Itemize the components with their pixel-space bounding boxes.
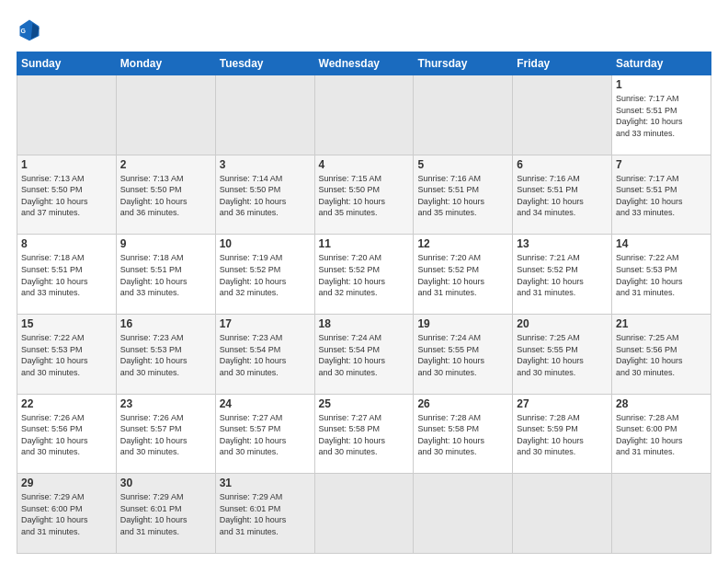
day-number: 20 <box>517 317 608 330</box>
cell-info: Sunrise: 7:28 AMSunset: 6:00 PMDaylight:… <box>616 412 707 458</box>
cell-info: Sunrise: 7:14 AMSunset: 5:50 PMDaylight:… <box>220 173 311 219</box>
day-number: 10 <box>220 237 311 250</box>
cell-info: Sunrise: 7:26 AMSunset: 5:57 PMDaylight:… <box>120 412 211 458</box>
cell-info: Sunrise: 7:19 AMSunset: 5:52 PMDaylight:… <box>220 252 311 298</box>
day-number: 16 <box>120 317 211 330</box>
calendar-cell: 8Sunrise: 7:18 AMSunset: 5:51 PMDaylight… <box>17 235 117 315</box>
calendar-cell: 29Sunrise: 7:29 AMSunset: 6:00 PMDayligh… <box>17 474 117 554</box>
calendar-cell: 19Sunrise: 7:24 AMSunset: 5:55 PMDayligh… <box>414 314 513 394</box>
calendar-cell: 12Sunrise: 7:20 AMSunset: 5:52 PMDayligh… <box>414 235 513 315</box>
calendar-week-row: 1Sunrise: 7:17 AMSunset: 5:51 PMDaylight… <box>17 75 711 155</box>
day-number: 30 <box>120 477 211 489</box>
day-number: 15 <box>21 317 112 330</box>
calendar-cell: 21Sunrise: 7:25 AMSunset: 5:56 PMDayligh… <box>612 314 711 394</box>
calendar-day-header: Thursday <box>414 52 513 75</box>
calendar-cell <box>612 474 711 554</box>
cell-info: Sunrise: 7:22 AMSunset: 5:53 PMDaylight:… <box>21 332 112 378</box>
calendar-cell: 28Sunrise: 7:28 AMSunset: 6:00 PMDayligh… <box>612 394 711 474</box>
calendar-day-header: Saturday <box>612 52 711 75</box>
cell-info: Sunrise: 7:28 AMSunset: 5:59 PMDaylight:… <box>517 412 608 458</box>
calendar-week-row: 29Sunrise: 7:29 AMSunset: 6:00 PMDayligh… <box>17 474 711 554</box>
day-number: 3 <box>220 158 311 171</box>
day-number: 17 <box>220 317 311 330</box>
day-number: 28 <box>616 397 707 410</box>
svg-text:G: G <box>20 28 26 34</box>
calendar-cell: 22Sunrise: 7:26 AMSunset: 5:56 PMDayligh… <box>17 394 117 474</box>
calendar-cell <box>513 75 612 155</box>
calendar-cell: 1Sunrise: 7:17 AMSunset: 5:51 PMDaylight… <box>612 75 711 155</box>
calendar-cell: 31Sunrise: 7:29 AMSunset: 6:01 PMDayligh… <box>215 474 314 554</box>
day-number: 2 <box>120 158 211 171</box>
calendar-cell: 20Sunrise: 7:25 AMSunset: 5:55 PMDayligh… <box>513 314 612 394</box>
day-number: 4 <box>319 158 410 171</box>
cell-info: Sunrise: 7:29 AMSunset: 6:01 PMDaylight:… <box>120 491 211 537</box>
day-number: 11 <box>319 237 410 250</box>
day-number: 24 <box>220 397 311 410</box>
day-number: 19 <box>417 317 508 330</box>
day-number: 1 <box>616 78 707 91</box>
cell-info: Sunrise: 7:15 AMSunset: 5:50 PMDaylight:… <box>319 173 410 219</box>
day-number: 5 <box>417 158 508 171</box>
calendar-cell: 25Sunrise: 7:27 AMSunset: 5:58 PMDayligh… <box>314 394 414 474</box>
calendar-cell: 18Sunrise: 7:24 AMSunset: 5:54 PMDayligh… <box>314 314 414 394</box>
calendar-cell <box>314 474 414 554</box>
day-number: 8 <box>21 237 112 250</box>
calendar-table: SundayMondayTuesdayWednesdayThursdayFrid… <box>17 52 711 554</box>
calendar-cell: 5Sunrise: 7:16 AMSunset: 5:51 PMDaylight… <box>414 155 513 235</box>
calendar-cell: 24Sunrise: 7:27 AMSunset: 5:57 PMDayligh… <box>215 394 314 474</box>
calendar-cell <box>414 75 513 155</box>
cell-info: Sunrise: 7:13 AMSunset: 5:50 PMDaylight:… <box>21 173 112 219</box>
calendar-cell: 27Sunrise: 7:28 AMSunset: 5:59 PMDayligh… <box>513 394 612 474</box>
calendar-cell: 1Sunrise: 7:13 AMSunset: 5:50 PMDaylight… <box>17 155 117 235</box>
cell-info: Sunrise: 7:16 AMSunset: 5:51 PMDaylight:… <box>417 173 508 219</box>
logo: G <box>17 17 46 42</box>
calendar-cell: 26Sunrise: 7:28 AMSunset: 5:58 PMDayligh… <box>414 394 513 474</box>
calendar-day-header: Wednesday <box>314 52 414 75</box>
cell-info: Sunrise: 7:24 AMSunset: 5:55 PMDaylight:… <box>417 332 508 378</box>
calendar-cell: 14Sunrise: 7:22 AMSunset: 5:53 PMDayligh… <box>612 235 711 315</box>
day-number: 25 <box>319 397 410 410</box>
day-number: 13 <box>517 237 608 250</box>
calendar-cell: 3Sunrise: 7:14 AMSunset: 5:50 PMDaylight… <box>215 155 314 235</box>
calendar-cell <box>314 75 414 155</box>
calendar-cell: 6Sunrise: 7:16 AMSunset: 5:51 PMDaylight… <box>513 155 612 235</box>
calendar-cell <box>215 75 314 155</box>
calendar-cell: 16Sunrise: 7:23 AMSunset: 5:53 PMDayligh… <box>116 314 215 394</box>
cell-info: Sunrise: 7:23 AMSunset: 5:53 PMDaylight:… <box>120 332 211 378</box>
cell-info: Sunrise: 7:23 AMSunset: 5:54 PMDaylight:… <box>220 332 311 378</box>
cell-info: Sunrise: 7:29 AMSunset: 6:01 PMDaylight:… <box>220 491 311 537</box>
calendar-week-row: 22Sunrise: 7:26 AMSunset: 5:56 PMDayligh… <box>17 394 711 474</box>
day-number: 23 <box>120 397 211 410</box>
calendar-week-row: 1Sunrise: 7:13 AMSunset: 5:50 PMDaylight… <box>17 155 711 235</box>
cell-info: Sunrise: 7:25 AMSunset: 5:55 PMDaylight:… <box>517 332 608 378</box>
cell-info: Sunrise: 7:20 AMSunset: 5:52 PMDaylight:… <box>319 252 410 298</box>
cell-info: Sunrise: 7:17 AMSunset: 5:51 PMDaylight:… <box>616 93 707 139</box>
calendar-cell: 4Sunrise: 7:15 AMSunset: 5:50 PMDaylight… <box>314 155 414 235</box>
cell-info: Sunrise: 7:13 AMSunset: 5:50 PMDaylight:… <box>120 173 211 219</box>
calendar-cell <box>513 474 612 554</box>
cell-info: Sunrise: 7:17 AMSunset: 5:51 PMDaylight:… <box>616 173 707 219</box>
day-number: 14 <box>616 237 707 250</box>
day-number: 29 <box>21 477 112 489</box>
calendar-cell <box>17 75 117 155</box>
page: G SundayMondayTuesdayWednesdayThursdayFr… <box>0 0 728 563</box>
cell-info: Sunrise: 7:21 AMSunset: 5:52 PMDaylight:… <box>517 252 608 298</box>
cell-info: Sunrise: 7:27 AMSunset: 5:58 PMDaylight:… <box>319 412 410 458</box>
cell-info: Sunrise: 7:27 AMSunset: 5:57 PMDaylight:… <box>220 412 311 458</box>
day-number: 27 <box>517 397 608 410</box>
cell-info: Sunrise: 7:24 AMSunset: 5:54 PMDaylight:… <box>319 332 410 378</box>
cell-info: Sunrise: 7:18 AMSunset: 5:51 PMDaylight:… <box>21 252 112 298</box>
cell-info: Sunrise: 7:29 AMSunset: 6:00 PMDaylight:… <box>21 491 112 537</box>
calendar-day-header: Monday <box>116 52 215 75</box>
calendar-cell: 17Sunrise: 7:23 AMSunset: 5:54 PMDayligh… <box>215 314 314 394</box>
calendar-day-header: Friday <box>513 52 612 75</box>
calendar-cell: 9Sunrise: 7:18 AMSunset: 5:51 PMDaylight… <box>116 235 215 315</box>
calendar-cell: 23Sunrise: 7:26 AMSunset: 5:57 PMDayligh… <box>116 394 215 474</box>
calendar-week-row: 15Sunrise: 7:22 AMSunset: 5:53 PMDayligh… <box>17 314 711 394</box>
day-number: 22 <box>21 397 112 410</box>
calendar-cell: 7Sunrise: 7:17 AMSunset: 5:51 PMDaylight… <box>612 155 711 235</box>
calendar-cell: 15Sunrise: 7:22 AMSunset: 5:53 PMDayligh… <box>17 314 117 394</box>
calendar-week-row: 8Sunrise: 7:18 AMSunset: 5:51 PMDaylight… <box>17 235 711 315</box>
cell-info: Sunrise: 7:25 AMSunset: 5:56 PMDaylight:… <box>616 332 707 378</box>
cell-info: Sunrise: 7:22 AMSunset: 5:53 PMDaylight:… <box>616 252 707 298</box>
